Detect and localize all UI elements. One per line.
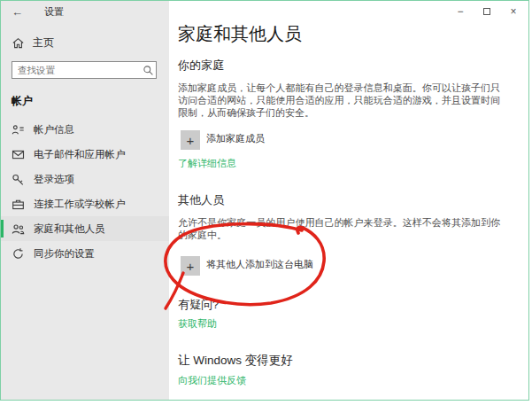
search-box	[12, 61, 158, 79]
page-title: 家庭和其他人员	[178, 22, 520, 46]
app-title: 设置	[44, 5, 64, 19]
sidebar-item-label: 帐户信息	[34, 123, 74, 136]
key-icon	[12, 173, 25, 186]
question-heading: 有疑问?	[178, 297, 520, 313]
plus-icon: +	[181, 130, 200, 150]
close-button[interactable]: ×	[500, 2, 527, 21]
learn-more-link[interactable]: 了解详细信息	[178, 157, 236, 170]
sidebar-item-home[interactable]: 主页	[12, 35, 169, 51]
get-help-link[interactable]: 获取帮助	[178, 317, 217, 331]
home-icon	[12, 36, 25, 50]
main-content: − × 家庭和其他人员 你的家庭 添加家庭成员，让每个人都能有自己的登录信息和桌…	[169, 1, 528, 400]
other-people-heading: 其他人员	[178, 192, 520, 208]
sidebar-item-label: 电子邮件和应用帐户	[34, 148, 126, 161]
maximize-button[interactable]	[474, 2, 500, 21]
briefcase-icon	[12, 198, 25, 211]
sidebar-item-label: 登录选项	[34, 173, 74, 186]
sidebar-item-work-school[interactable]: 连接工作或学校帐户	[1, 191, 169, 216]
people-icon	[12, 222, 25, 236]
add-family-member-label: 添加家庭成员	[206, 132, 265, 145]
make-windows-better-heading: 让 Windows 变得更好	[178, 353, 520, 369]
back-button[interactable]: ←	[12, 5, 23, 19]
sidebar-item-sync-settings[interactable]: 同步你的设置	[1, 241, 169, 266]
give-feedback-link[interactable]: 向我们提供反馈	[178, 374, 246, 387]
sidebar-item-label: 连接工作或学校帐户	[34, 198, 126, 211]
your-family-heading: 你的家庭	[178, 58, 520, 74]
sidebar-item-your-info[interactable]: 帐户信息	[1, 117, 169, 142]
your-family-description: 添加家庭成员，让每个人都能有自己的登录信息和桌面。你可以让孩子们只访问合适的网站…	[178, 82, 500, 119]
add-someone-else-button[interactable]: + 将其他人添加到这台电脑	[181, 256, 520, 276]
person-card-icon	[12, 123, 25, 136]
window-controls: − ×	[447, 1, 527, 22]
sidebar-item-label: 同步你的设置	[34, 247, 95, 261]
add-family-member-button[interactable]: + 添加家庭成员	[181, 130, 520, 150]
mail-icon	[12, 148, 25, 161]
add-someone-else-label: 将其他人添加到这台电脑	[206, 258, 313, 271]
sync-icon	[12, 247, 25, 261]
sidebar: ← 设置 主页 帐户	[1, 1, 169, 400]
sidebar-nav: 帐户信息 电子邮件和应用帐户 登录选项	[1, 117, 169, 266]
sidebar-home-label: 主页	[33, 35, 54, 51]
titlebar-left: ← 设置	[1, 1, 169, 22]
plus-icon: +	[181, 256, 200, 276]
sidebar-item-label: 家庭和其他人员	[34, 222, 105, 236]
minimize-button[interactable]: −	[447, 2, 474, 21]
other-people-description: 允许不是你家庭一员的用户使用自己的帐户来登录。这样不会将其添加到你的家庭中。	[178, 216, 500, 241]
sidebar-item-email-accounts[interactable]: 电子邮件和应用帐户	[1, 142, 169, 167]
sidebar-item-family-other-people[interactable]: 家庭和其他人员	[1, 216, 169, 241]
search-icon	[143, 64, 154, 80]
settings-window: ← 设置 主页 帐户	[0, 0, 529, 401]
maximize-icon	[483, 8, 490, 15]
sidebar-item-signin-options[interactable]: 登录选项	[1, 167, 169, 191]
search-input[interactable]	[12, 61, 157, 79]
sidebar-section-accounts: 帐户	[12, 94, 169, 109]
